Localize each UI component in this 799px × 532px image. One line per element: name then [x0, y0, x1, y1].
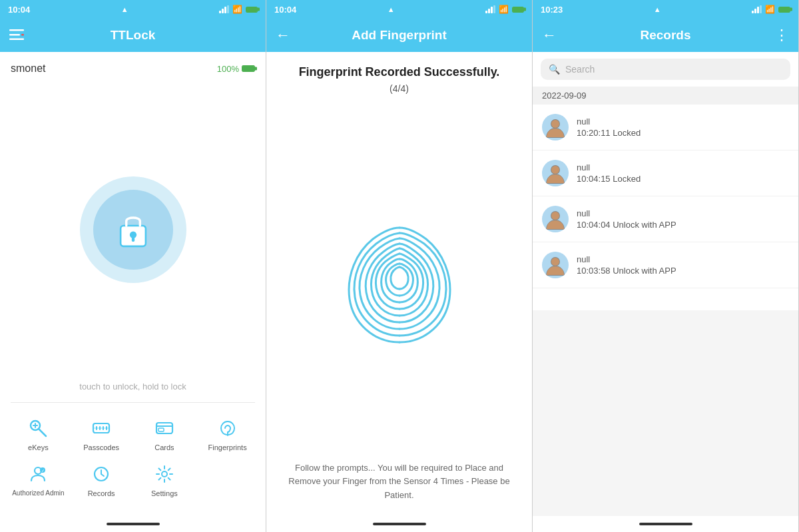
time-3: 10:23: [541, 5, 563, 15]
record-name: null: [577, 208, 676, 218]
signal-icon-3: [752, 5, 762, 13]
menu-item-records[interactable]: Records: [74, 462, 129, 497]
passcodes-icon: [89, 416, 113, 440]
lock-info-row: smonet 100%: [11, 63, 255, 75]
menu-item-authorized[interactable]: ✓ Authorized Admin: [11, 462, 66, 497]
home-bar-1: [0, 516, 266, 532]
location-icon-2: ▲: [388, 5, 395, 13]
lock-circle-inner[interactable]: [93, 190, 173, 270]
menu-item-fingerprints[interactable]: Fingerprints: [200, 416, 255, 451]
fingerprints-icon: [216, 416, 240, 440]
svg-line-8: [39, 429, 46, 436]
fingerprint-svg: [333, 196, 466, 362]
app-header-1: TTLock: [0, 19, 266, 52]
battery-row: 100%: [217, 64, 255, 74]
location-icon-1: ▲: [121, 5, 129, 13]
ekeys-icon: [26, 416, 50, 440]
more-button-3[interactable]: ⋮: [774, 27, 789, 44]
svg-rect-19: [158, 428, 164, 431]
records-icon: [89, 462, 113, 486]
record-list: null 10:20:11 Locked null 10:04:15 Locke…: [533, 105, 798, 310]
fingerprint-hint: Follow the prompts... You will be requir…: [280, 461, 519, 503]
status-icons-3: 📶: [752, 5, 790, 14]
fingerprint-illustration: [333, 110, 466, 448]
svg-point-33: [551, 212, 559, 220]
record-time-action: 10:04:15 Locked: [577, 174, 641, 184]
bottom-gray: [533, 310, 798, 516]
fingerprint-count: (4/4): [390, 83, 409, 94]
menu-item-cards[interactable]: Cards: [137, 416, 192, 451]
menu-item-ekeys[interactable]: eKeys: [11, 416, 66, 451]
search-icon: 🔍: [549, 64, 560, 75]
search-input[interactable]: Search: [565, 64, 595, 75]
search-bar[interactable]: 🔍 Search: [541, 59, 790, 80]
wifi-icon-2: 📶: [499, 5, 509, 14]
panel-ttlock: 10:04 ▲ 📶 TTLock: [0, 0, 266, 532]
time-2: 10:04: [274, 5, 296, 15]
record-time-action: 10:03:58 Unlock with APP: [577, 266, 676, 276]
status-icons-2: 📶: [485, 5, 524, 14]
battery-icon-1: [246, 7, 258, 13]
lock-name: smonet: [11, 63, 45, 75]
record-info: null 10:04:04 Unlock with APP: [577, 208, 676, 230]
menu-label-settings: Settings: [151, 489, 178, 497]
back-button-2[interactable]: ←: [276, 27, 290, 44]
svg-rect-6: [131, 237, 134, 242]
svg-point-24: [162, 471, 167, 477]
lock-circle-container[interactable]: [11, 85, 255, 374]
record-name: null: [577, 254, 676, 264]
lock-circle-outer[interactable]: [80, 176, 186, 283]
fingerprint-content: Fingerprint Recorded Successfully. (4/4): [266, 52, 532, 516]
menu-label-ekeys: eKeys: [28, 443, 49, 451]
record-item: null 10:04:15 Locked: [533, 150, 798, 196]
app-title-3: Records: [640, 28, 690, 43]
battery-body: [242, 65, 255, 72]
avatar: [542, 114, 569, 140]
panel-records: 10:23 ▲ 📶 ← Records ⋮ 🔍 Search 2022-09-0…: [533, 0, 799, 532]
cards-icon: [152, 416, 176, 440]
battery-icon-3: [778, 7, 790, 13]
menu-label-passcodes: Passcodes: [83, 443, 119, 451]
record-item: null 10:20:11 Locked: [533, 105, 798, 150]
status-bar-3: 10:23 ▲ 📶: [533, 0, 798, 19]
home-bar-line-3: [639, 523, 692, 525]
record-info: null 10:03:58 Unlock with APP: [577, 254, 676, 276]
home-bar-3: [533, 516, 798, 532]
avatar: [542, 160, 569, 186]
signal-icon-2: [485, 5, 495, 13]
menu-label-authorized: Authorized Admin: [12, 489, 64, 497]
menu-item-settings[interactable]: Settings: [137, 462, 192, 497]
record-time-action: 10:20:11 Locked: [577, 128, 641, 138]
settings-icon: [152, 462, 176, 486]
avatar: [542, 206, 569, 232]
date-section: 2022-09-09: [533, 87, 798, 105]
app-header-2: ← Add Fingerprint: [266, 19, 532, 52]
home-bar-2: [266, 516, 532, 532]
record-name: null: [577, 162, 641, 172]
divider-1: [11, 402, 255, 403]
status-bar-2: 10:04 ▲ 📶: [266, 0, 532, 19]
back-button-3[interactable]: ←: [542, 27, 557, 44]
time-1: 10:04: [8, 5, 30, 15]
menu-label-records: Records: [88, 489, 115, 497]
battery-icon-2: [512, 7, 524, 13]
location-icon-3: ▲: [654, 5, 661, 13]
menu-grid-1: eKeys Passcodes: [11, 408, 255, 459]
svg-rect-1: [9, 34, 20, 36]
lock-hint: touch to unlock, hold to lock: [11, 382, 255, 392]
app-title-2: Add Fingerprint: [352, 28, 446, 43]
record-info: null 10:20:11 Locked: [577, 117, 641, 138]
svg-text:✓: ✓: [41, 469, 45, 473]
menu-label-fingerprints: Fingerprints: [208, 443, 247, 451]
svg-point-30: [551, 166, 559, 174]
wifi-icon-1: 📶: [232, 5, 242, 14]
svg-point-36: [551, 258, 559, 266]
menu-button[interactable]: [9, 28, 24, 43]
record-item: null 10:04:04 Unlock with APP: [533, 196, 798, 242]
menu-grid-2: ✓ Authorized Admin Records: [11, 459, 255, 505]
status-bar-1: 10:04 ▲ 📶: [0, 0, 266, 19]
menu-item-empty: [200, 462, 255, 497]
menu-item-passcodes[interactable]: Passcodes: [74, 416, 129, 451]
record-name: null: [577, 117, 641, 127]
lock-icon: [113, 210, 153, 250]
